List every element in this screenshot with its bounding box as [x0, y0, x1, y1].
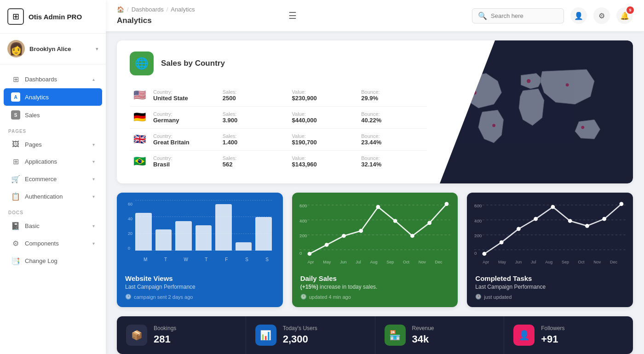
sidebar-item-dashboards[interactable]: ⊞ Dashboards ▴: [4, 71, 102, 88]
svg-text:600: 600: [474, 203, 482, 208]
home-icon: 🏠: [117, 6, 124, 13]
stat-value-bookings: 281: [154, 333, 176, 345]
table-row: 🇧🇷 Country: Brasil Sales: 562 Value: $14…: [130, 151, 427, 173]
daily-sales-title: Daily Sales: [300, 274, 450, 282]
completed-tasks-chart: 0 200 400 600: [467, 193, 633, 268]
bounce-label: Bounce:: [361, 133, 423, 139]
search-input[interactable]: [491, 12, 558, 19]
svg-point-37: [603, 217, 607, 221]
sidebar-label-ecommerce: Ecommerce: [25, 176, 57, 183]
docs-section-label: DOCS: [0, 206, 106, 217]
sidebar-label-analytics: Analytics: [25, 94, 49, 101]
search-box[interactable]: 🔍: [472, 8, 564, 23]
country-label: Country:: [153, 111, 215, 117]
chevron-icon: ▴: [92, 77, 95, 82]
sidebar-item-ecommerce[interactable]: 🛒 Ecommerce ▾: [4, 171, 102, 188]
sales-label: Sales:: [223, 133, 285, 139]
changelog-icon: 📑: [11, 257, 20, 265]
sidebar-user[interactable]: 👩 Brooklyn Alice ▾: [0, 34, 106, 64]
bars-container: [135, 200, 272, 251]
sales-country-card: 🌐 Sales by Country 🇺🇸 Country: United St…: [117, 40, 633, 183]
svg-point-3: [581, 126, 584, 129]
profile-icon: 👤: [574, 11, 583, 20]
svg-point-20: [427, 221, 431, 225]
sidebar-item-authentication[interactable]: 📋 Authentication ▾: [4, 188, 102, 205]
svg-point-2: [566, 83, 569, 86]
bounce-value: 32.14%: [361, 161, 423, 168]
sidebar-item-sales[interactable]: S Sales: [4, 106, 102, 124]
breadcrumb-dashboards[interactable]: Dashboards: [132, 6, 164, 13]
svg-point-32: [517, 227, 521, 231]
bar: [175, 221, 192, 251]
svg-point-35: [568, 219, 572, 223]
daily-sales-footer: 🕐 updated 4 min ago: [300, 294, 450, 300]
chevron-icon-auth: ▾: [92, 194, 95, 199]
stat-item-revenue: 🏪 Revenue 34k: [375, 316, 505, 354]
breadcrumb: 🏠 / Dashboards / Analytics Analytics: [117, 6, 277, 25]
sales-data: Sales: 562: [219, 151, 288, 173]
sales-value: 2500: [223, 95, 285, 102]
sidebar-item-basic[interactable]: 📓 Basic ▾: [4, 217, 102, 234]
daily-sales-highlight: (+15%): [300, 284, 318, 290]
stats-row: 📦 Bookings 281 📊 Today's Users 2,300 🏪 R…: [117, 316, 633, 354]
chevron-down-icon: ▾: [96, 46, 98, 52]
bounce-label: Bounce:: [361, 89, 423, 95]
svg-text:0: 0: [474, 251, 477, 256]
settings-button[interactable]: ⚙: [593, 7, 610, 24]
clock-icon-daily: 🕐: [300, 294, 307, 300]
sidebar-item-applications[interactable]: ⊞ Applications ▾: [4, 153, 102, 170]
breadcrumb-current: Analytics: [171, 6, 195, 13]
svg-point-16: [359, 229, 363, 233]
components-icon: ⚙: [11, 239, 20, 248]
stat-text-bookings: Bookings 281: [154, 325, 176, 345]
profile-button[interactable]: 👤: [570, 7, 587, 24]
stat-value-followers: +91: [541, 333, 564, 345]
svg-point-21: [444, 202, 448, 206]
clock-icon: 🕐: [125, 294, 132, 300]
daily-sales-chart: 0 200 400 600: [292, 193, 458, 268]
x-label: M: [137, 257, 154, 262]
logo-symbol: ⊞: [12, 11, 19, 22]
sidebar-item-changelog[interactable]: 📑 Change Log: [4, 252, 102, 269]
sidebar-item-components[interactable]: ⚙ Components ▾: [4, 235, 102, 252]
main-content: 🏠 / Dashboards / Analytics Analytics ☰ 🔍…: [106, 0, 644, 354]
basic-icon: 📓: [11, 222, 20, 230]
sales-value: 3.900: [223, 117, 285, 124]
menu-toggle-icon[interactable]: ☰: [288, 10, 297, 21]
stat-label-revenue: Revenue: [412, 325, 434, 331]
sidebar: ⊞ Otis Admin PRO 👩 Brooklyn Alice ▾ ⊞ Da…: [0, 0, 106, 354]
stat-value-users: 2,300: [283, 333, 317, 345]
value-value: $143,960: [292, 161, 354, 168]
svg-point-30: [483, 252, 487, 256]
sidebar-item-pages[interactable]: 🖼 Pages ▾: [4, 136, 102, 153]
bounce-value: 40.22%: [361, 117, 423, 124]
value-data: Value: $143,960: [288, 151, 358, 173]
followers-icon: 👤: [513, 325, 535, 346]
value-label: Value:: [292, 133, 354, 139]
svg-point-31: [500, 240, 504, 245]
sidebar-label-sales: Sales: [25, 112, 40, 119]
svg-point-38: [620, 202, 624, 206]
sales-data: Sales: 2500: [219, 85, 288, 107]
country-data: Country: Great Britain: [150, 129, 219, 151]
notifications-button[interactable]: 🔔 9: [616, 7, 633, 24]
svg-point-13: [307, 252, 311, 256]
country-value: Germany: [153, 117, 215, 124]
world-map: [440, 40, 633, 183]
bounce-value: 29.9%: [361, 95, 423, 102]
bar: [155, 229, 172, 251]
bar-wrap: [255, 200, 272, 251]
daily-sales-suffix: increase in today sales.: [320, 284, 377, 290]
flag-cell: 🇩🇪: [130, 107, 150, 129]
stat-text-followers: Followers +91: [541, 325, 564, 345]
value-value: $230,900: [292, 95, 354, 102]
sidebar-item-analytics[interactable]: A Analytics: [4, 88, 102, 106]
country-value: Great Britain: [153, 139, 215, 146]
sales-badge: S: [11, 110, 20, 120]
svg-point-4: [492, 124, 495, 127]
avatar: 👩: [7, 40, 25, 57]
svg-point-0: [472, 91, 476, 94]
flag-cell: 🇧🇷: [130, 151, 150, 173]
chevron-icon-components: ▾: [92, 241, 95, 246]
header-right: 🔍 👤 ⚙ 🔔 9: [472, 7, 633, 24]
